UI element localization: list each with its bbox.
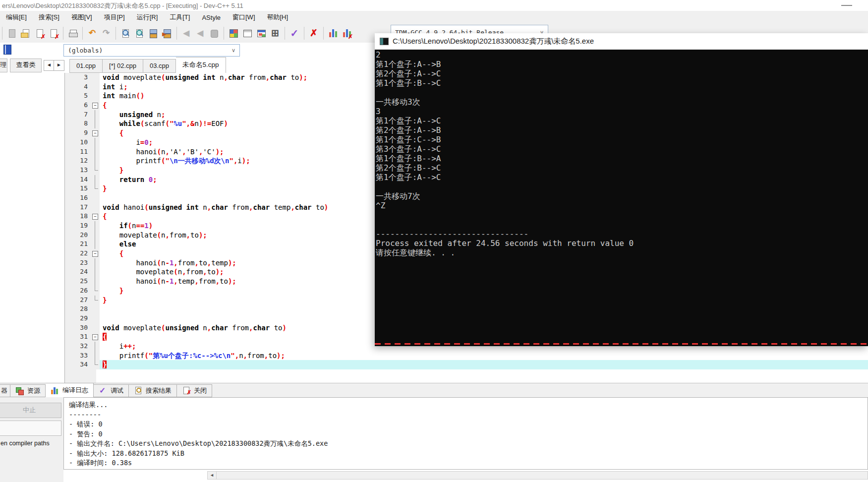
fold-collapse-icon[interactable]: − [92,214,98,220]
fold-margin[interactable] [91,184,100,193]
fold-margin[interactable]: − [91,101,100,110]
abort-compile-icon[interactable]: ✗ [307,27,320,40]
bookmark-book-icon[interactable] [2,44,14,56]
console-output[interactable]: 2第1个盘子:A-->B第2个盘子:A-->C第1个盘子:B-->C 一共移动3… [375,50,868,346]
close-all-icon[interactable]: ✗ [47,27,60,40]
fold-collapse-icon[interactable]: − [92,251,98,257]
fold-margin[interactable] [91,156,100,166]
fold-margin[interactable] [91,221,100,231]
fold-end [95,166,98,171]
new-project-icon[interactable] [227,27,240,40]
find-in-files-icon[interactable] [133,27,146,40]
fold-margin[interactable] [91,91,100,101]
print-icon[interactable] [66,27,79,40]
fold-collapse-icon[interactable]: − [92,103,98,109]
fold-margin[interactable] [91,82,100,92]
fold-line [95,147,95,157]
editor-tab-03.cpp[interactable]: 03.cpp [143,59,176,73]
menu-item-3[interactable]: 视图[V] [65,11,98,24]
fold-margin[interactable] [91,296,100,305]
menu-item-6[interactable]: 工具[T] [164,11,196,24]
bottom-tab-关闭[interactable]: ✗关闭 [177,384,212,397]
bottom-tab-器[interactable]: 器 [0,384,10,397]
fold-margin[interactable] [91,342,100,351]
run-disabled-icon[interactable]: ◀ [194,27,207,40]
redo-icon[interactable]: ↷ [100,27,113,40]
horizontal-scrollbar[interactable]: ◄ [207,471,868,480]
fold-margin[interactable]: − [91,249,100,258]
tab-scroll-left-icon[interactable]: ◄ [44,60,55,71]
fold-margin[interactable] [91,351,100,361]
code-line-33[interactable]: 33 printf("第%u个盘子:%c-->%c\n",n,from,to); [65,351,868,361]
profile-icon[interactable] [327,27,340,40]
new-source-icon[interactable] [5,27,18,40]
tab-project-manager-cut[interactable]: 理 [0,59,7,72]
editor-tab-5.cpp[interactable]: 未命名5.cpp [176,57,226,73]
fold-margin[interactable] [91,267,100,277]
goto-line-icon[interactable]: ▶ [161,27,174,40]
window-icon[interactable] [241,27,254,40]
menu-item-8[interactable]: 窗口[W] [227,11,261,24]
window-color-icon[interactable] [255,27,268,40]
syntax-check-icon[interactable]: ✓ [288,27,301,40]
fold-margin[interactable] [91,203,100,212]
replace-icon[interactable] [147,27,160,40]
fold-margin[interactable] [91,193,100,203]
menu-item-7[interactable]: AStyle [196,12,227,23]
menu-item-9[interactable]: 帮助[H] [261,11,294,24]
fold-margin[interactable] [91,323,100,333]
bottom-tab-搜索结果[interactable]: 搜索结果 [129,384,177,397]
fold-margin[interactable] [91,258,100,268]
undo-icon[interactable]: ↶ [86,27,99,40]
fold-end [95,286,98,291]
bottom-tab-资源[interactable]: 资源 [10,384,46,397]
minimize-icon[interactable] [841,5,852,6]
menu-item-5[interactable]: 运行[R] [131,11,164,24]
fold-margin[interactable] [91,138,100,147]
close-file-icon[interactable]: ✗ [33,27,46,40]
code-line-34[interactable]: 34} [65,360,868,369]
menu-item-4[interactable]: 项目[P] [98,11,131,24]
shorten-compiler-paths-label[interactable]: en compiler paths [0,440,50,447]
delete-profile-icon[interactable]: ✗ [341,27,353,40]
all-windows-icon[interactable]: ⊞ [269,27,282,40]
compile-run-disabled-icon[interactable] [208,27,221,40]
class-browser-panel[interactable] [0,73,65,383]
fold-margin[interactable] [91,277,100,286]
fold-collapse-icon[interactable]: − [92,334,98,340]
scroll-left-arrow-icon[interactable]: ◄ [208,472,217,479]
fold-margin[interactable] [91,360,100,369]
abort-button[interactable]: 中止 [0,403,61,418]
tab-scroll-right-icon[interactable]: ► [54,60,64,71]
fold-margin[interactable]: − [91,332,100,342]
fold-margin[interactable] [91,314,100,323]
fold-margin[interactable]: − [91,128,100,138]
fold-margin[interactable] [91,240,100,249]
fold-margin[interactable]: − [91,212,100,221]
fold-collapse-icon[interactable]: − [92,130,98,136]
compile-log[interactable]: 编译结果...--------- 错误: 0- 警告: 0- 输出文件名: C:… [63,397,868,470]
open-file-icon[interactable] [19,27,32,40]
menu-item-1[interactable]: 编辑[E] [0,11,33,24]
fold-margin[interactable] [91,304,100,314]
fold-margin[interactable] [91,175,100,184]
tab-view-classes[interactable]: 查看类 [10,59,42,72]
bottom-tab-调试[interactable]: ✓调试 [94,384,129,397]
fold-margin[interactable] [91,166,100,175]
fold-margin[interactable] [91,286,100,296]
fold-margin[interactable] [91,147,100,157]
title-bar[interactable]: ers\Lenovo\Desktop\202183300832龚万彧\未命名5.… [0,0,868,11]
fold-margin[interactable] [91,73,100,82]
compile-log-line: 编译结果... [69,400,863,410]
bottom-tab-编译日志[interactable]: 编译日志 [46,383,94,397]
globals-select[interactable]: (globals) ∨ [63,44,240,57]
menu-item-2[interactable]: 搜索[S] [33,11,65,24]
find-icon[interactable] [119,27,132,40]
compile-disabled-icon[interactable]: ◀ [180,27,193,40]
fold-margin[interactable] [91,231,100,240]
editor-tab-01.cpp[interactable]: 01.cpp [69,59,103,73]
console-title-bar[interactable]: C:\Users\Lenovo\Desktop\202183300832龚万彧\… [375,33,868,50]
editor-tab-02.cpp[interactable]: [*] 02.cpp [103,59,143,73]
fold-margin[interactable] [91,110,100,120]
fold-margin[interactable] [91,119,100,128]
